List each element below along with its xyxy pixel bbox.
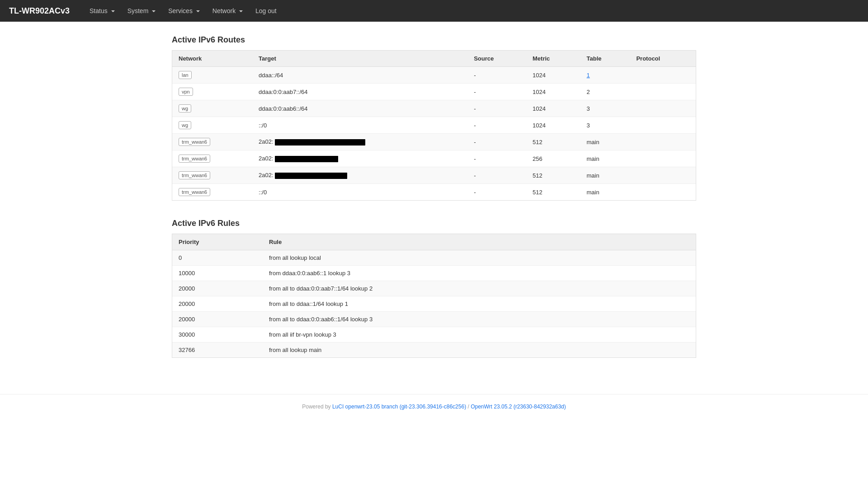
route-table: main (580, 150, 630, 167)
table-row: trm_wwan62a02: -512main (172, 134, 696, 150)
rule-rule: from all to ddaa:0:0:aab7::1/64 lookup 2 (263, 281, 696, 296)
route-network: trm_wwan6 (172, 167, 252, 184)
rule-rule: from ddaa:0:0:aab6::1 lookup 3 (263, 266, 696, 281)
rule-priority: 20000 (172, 296, 263, 312)
table-row: 20000from all to ddaa:0:0:aab6::1/64 loo… (172, 312, 696, 327)
nav-link-network[interactable]: Network (206, 1, 249, 21)
navbar: TL-WR902ACv3 Status System Services Netw… (0, 0, 868, 22)
rule-rule: from all lookup main (263, 343, 696, 358)
table-row: 20000from all to ddaa:0:0:aab7::1/64 loo… (172, 281, 696, 296)
route-table: 3 (580, 100, 630, 117)
route-metric: 512 (526, 167, 580, 184)
network-badge: trm_wwan6 (179, 171, 210, 179)
nav-item-logout[interactable]: Log out (249, 1, 283, 21)
route-network: trm_wwan6 (172, 150, 252, 167)
route-target: 2a02: (252, 167, 467, 184)
nav-link-services[interactable]: Services (162, 1, 206, 21)
route-table: 1 (580, 67, 630, 84)
route-source: - (467, 167, 526, 184)
route-table: 3 (580, 117, 630, 134)
route-network: wg (172, 100, 252, 117)
rule-rule: from all to ddaa::1/64 lookup 1 (263, 296, 696, 312)
ipv6-routes-thead: Network Target Source Metric Table Proto… (172, 51, 696, 67)
network-badge: trm_wwan6 (179, 155, 210, 163)
route-protocol (630, 117, 696, 134)
route-metric: 1024 (526, 84, 580, 100)
chevron-down-icon (111, 10, 115, 12)
rule-priority: 20000 (172, 281, 263, 296)
route-protocol (630, 150, 696, 167)
route-protocol (630, 100, 696, 117)
route-protocol (630, 84, 696, 100)
ipv6-rules-table: Priority Rule 0from all lookup local1000… (172, 234, 696, 357)
nav-item-network[interactable]: Network (206, 1, 249, 21)
table-row: 10000from ddaa:0:0:aab6::1 lookup 3 (172, 266, 696, 281)
col-priority: Priority (172, 234, 263, 250)
route-target: ddaa:0:0:aab7::/64 (252, 84, 467, 100)
chevron-down-icon (152, 10, 156, 12)
route-source: - (467, 117, 526, 134)
col-table: Table (580, 51, 630, 67)
route-metric: 512 (526, 134, 580, 150)
nav-link-system[interactable]: System (121, 1, 162, 21)
ipv6-routes-tbody: landdaa::/64-10241vpnddaa:0:0:aab7::/64-… (172, 67, 696, 201)
col-rule: Rule (263, 234, 696, 250)
nav-item-status[interactable]: Status (83, 1, 121, 21)
footer: Powered by LuCI openwrt-23.05 branch (gi… (0, 394, 868, 419)
route-source: - (467, 84, 526, 100)
table-row: wg::/0-10243 (172, 117, 696, 134)
network-badge: trm_wwan6 (179, 138, 210, 146)
route-protocol (630, 134, 696, 150)
network-badge: wg (179, 121, 191, 129)
nav-item-system[interactable]: System (121, 1, 162, 21)
redacted-value (275, 156, 338, 162)
rule-rule: from all to ddaa:0:0:aab6::1/64 lookup 3 (263, 312, 696, 327)
route-table: 2 (580, 84, 630, 100)
chevron-down-icon (239, 10, 243, 12)
col-source: Source (467, 51, 526, 67)
route-network: trm_wwan6 (172, 184, 252, 201)
footer-luci-link[interactable]: LuCI openwrt-23.05 branch (git-23.306.39… (332, 404, 466, 410)
ipv6-routes-title: Active IPv6 Routes (172, 35, 696, 45)
chevron-down-icon (196, 10, 200, 12)
navbar-brand: TL-WR902ACv3 (9, 6, 70, 16)
route-protocol (630, 167, 696, 184)
table-link[interactable]: 1 (587, 72, 590, 79)
table-row: 20000from all to ddaa::1/64 lookup 1 (172, 296, 696, 312)
rule-rule: from all iif br-vpn lookup 3 (263, 327, 696, 343)
network-badge: vpn (179, 88, 193, 96)
route-table: main (580, 184, 630, 201)
route-network: lan (172, 67, 252, 84)
route-metric: 1024 (526, 67, 580, 84)
route-table: main (580, 167, 630, 184)
rule-priority: 0 (172, 250, 263, 266)
table-row: trm_wwan6::/0-512main (172, 184, 696, 201)
route-source: - (467, 150, 526, 167)
table-row: 32766from all lookup main (172, 343, 696, 358)
rule-rule: from all lookup local (263, 250, 696, 266)
network-badge: trm_wwan6 (179, 188, 210, 196)
nav-item-services[interactable]: Services (162, 1, 206, 21)
route-source: - (467, 184, 526, 201)
ipv6-rules-table-container: Priority Rule 0from all lookup local1000… (172, 234, 696, 358)
ipv6-routes-header-row: Network Target Source Metric Table Proto… (172, 51, 696, 67)
footer-openwrt-link[interactable]: OpenWrt 23.05.2 (r23630-842932a63d) (471, 404, 566, 410)
table-row: trm_wwan62a02: -256main (172, 150, 696, 167)
redacted-value (275, 173, 347, 179)
route-source: - (467, 67, 526, 84)
ipv6-rules-thead: Priority Rule (172, 234, 696, 250)
route-metric: 512 (526, 184, 580, 201)
redacted-value (275, 139, 365, 145)
table-row: trm_wwan62a02: -512main (172, 167, 696, 184)
table-row: vpnddaa:0:0:aab7::/64-10242 (172, 84, 696, 100)
table-row: 0from all lookup local (172, 250, 696, 266)
route-network: wg (172, 117, 252, 134)
route-target: 2a02: (252, 134, 467, 150)
nav-link-logout[interactable]: Log out (249, 1, 283, 21)
route-network: trm_wwan6 (172, 134, 252, 150)
route-metric: 1024 (526, 117, 580, 134)
network-badge: lan (179, 71, 192, 79)
nav-link-status[interactable]: Status (83, 1, 121, 21)
route-network: vpn (172, 84, 252, 100)
route-table: main (580, 134, 630, 150)
